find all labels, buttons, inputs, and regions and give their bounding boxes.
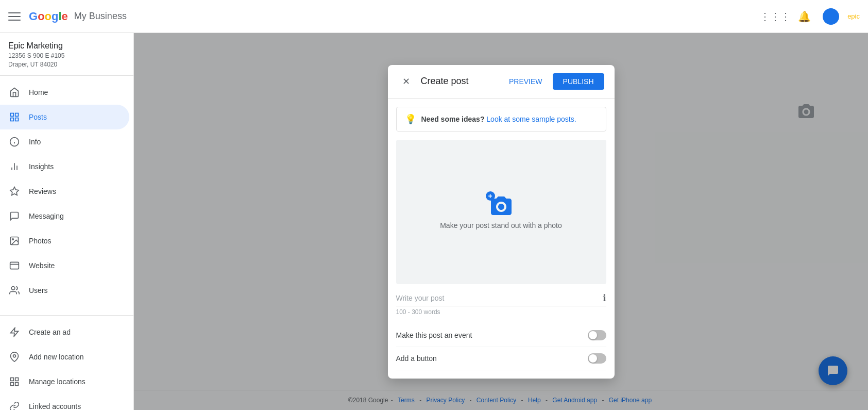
sidebar-item-linked-accounts-label: Linked accounts <box>29 402 81 410</box>
sidebar-item-insights[interactable]: Insights <box>0 154 129 179</box>
app-title: My Business <box>74 11 127 22</box>
apps-button[interactable]: ⋮⋮⋮ <box>765 6 786 27</box>
notifications-button[interactable]: 🔔 <box>794 6 814 27</box>
content-area: ✕ Create post PREVIEW PUBLISH 💡 Need som… <box>134 33 868 410</box>
sidebar-item-reviews[interactable]: Reviews <box>0 179 129 204</box>
svg-rect-13 <box>10 262 19 269</box>
menu-icon[interactable] <box>8 10 21 23</box>
sidebar-item-users[interactable]: Users <box>0 278 129 303</box>
modal-close-button[interactable]: ✕ <box>398 73 415 90</box>
preview-button[interactable]: PREVIEW <box>503 73 549 90</box>
button-toggle-knob <box>589 354 597 363</box>
button-toggle-row: Add a button <box>396 347 606 370</box>
event-toggle-label: Make this post an event <box>396 331 472 339</box>
word-count-hint: 100 - 300 words <box>396 308 606 316</box>
posts-icon <box>8 111 21 123</box>
sidebar-item-create-ad[interactable]: Create an ad <box>0 320 129 345</box>
apps-icon: ⋮⋮⋮ <box>760 10 791 23</box>
event-toggle-row: Make this post an event <box>396 324 606 347</box>
sidebar-item-manage-locations-label: Manage locations <box>29 378 86 386</box>
svg-rect-0 <box>11 113 14 116</box>
event-toggle-knob <box>589 331 597 339</box>
photo-upload-area[interactable]: + Make your post stand out with a photo <box>396 140 606 284</box>
svg-rect-18 <box>11 378 14 381</box>
sidebar-item-photos[interactable]: Photos <box>0 228 129 253</box>
svg-rect-21 <box>11 382 14 385</box>
sidebar-item-posts[interactable]: Posts <box>0 105 129 129</box>
topbar-icons: ⋮⋮⋮ 🔔 epic <box>765 6 860 27</box>
svg-marker-16 <box>11 327 19 336</box>
write-post-placeholder[interactable]: Write your post <box>396 294 603 302</box>
svg-point-15 <box>11 286 15 290</box>
sidebar-item-home[interactable]: Home <box>0 80 129 105</box>
svg-rect-1 <box>15 113 19 116</box>
sidebar-item-add-location[interactable]: Add new location <box>0 345 129 369</box>
post-info-icon[interactable]: ℹ <box>603 292 606 304</box>
business-name: Epic Marketing <box>8 41 125 51</box>
ideas-bold-text: Need some ideas? <box>421 115 485 123</box>
photos-icon <box>8 235 21 247</box>
reviews-icon <box>8 185 21 198</box>
create-post-modal: ✕ Create post PREVIEW PUBLISH 💡 Need som… <box>388 65 615 379</box>
linked-accounts-icon <box>8 400 21 410</box>
svg-rect-19 <box>15 378 19 381</box>
svg-point-12 <box>12 238 13 240</box>
write-post-row: Write your post ℹ <box>396 292 606 306</box>
messaging-icon <box>8 210 21 222</box>
sidebar-item-info-label: Info <box>29 138 41 146</box>
home-icon <box>8 86 21 99</box>
photo-upload-label: Make your post stand out with a photo <box>440 221 562 229</box>
user-avatar[interactable] <box>823 8 839 25</box>
sidebar-item-photos-label: Photos <box>29 237 52 245</box>
manage-locations-icon <box>8 375 21 388</box>
svg-marker-10 <box>10 187 19 195</box>
sidebar-item-insights-label: Insights <box>29 162 54 171</box>
sidebar-item-messaging-label: Messaging <box>29 212 64 220</box>
ideas-banner: 💡 Need some ideas? Look at some sample p… <box>396 107 606 132</box>
create-ad-icon <box>8 326 21 338</box>
sidebar-item-add-location-label: Add new location <box>29 353 84 361</box>
users-icon <box>8 284 21 297</box>
nav-bottom: Create an ad Add new location Manage loc… <box>0 315 133 410</box>
sidebar-item-users-label: Users <box>29 286 48 294</box>
form-section: Write your post ℹ 100 - 300 words Make t… <box>388 292 615 379</box>
publish-button[interactable]: PUBLISH <box>553 73 604 90</box>
nav-items: Home Posts Info Insights <box>0 76 133 307</box>
button-toggle[interactable] <box>588 353 606 364</box>
sidebar-item-create-ad-label: Create an ad <box>29 328 71 336</box>
sidebar: Epic Marketing 12356 S 900 E #105 Draper… <box>0 33 134 410</box>
website-icon <box>8 259 21 272</box>
sidebar-item-linked-accounts[interactable]: Linked accounts <box>0 394 129 410</box>
user-label: epic <box>847 12 860 20</box>
svg-point-17 <box>13 354 16 357</box>
main-layout: Epic Marketing 12356 S 900 E #105 Draper… <box>0 33 868 410</box>
sidebar-item-info[interactable]: Info <box>0 129 129 154</box>
google-logo: Google <box>29 10 68 23</box>
sidebar-item-website-label: Website <box>29 261 55 270</box>
sidebar-item-home-label: Home <box>29 88 48 96</box>
plus-badge: + <box>486 191 495 201</box>
svg-rect-20 <box>15 382 19 385</box>
event-toggle[interactable] <box>588 330 606 340</box>
topbar: Google My Business ⋮⋮⋮ 🔔 epic <box>0 0 868 33</box>
modal-header: ✕ Create post PREVIEW PUBLISH <box>388 65 615 99</box>
sidebar-item-messaging[interactable]: Messaging <box>0 204 129 228</box>
add-location-icon <box>8 351 21 363</box>
business-info: Epic Marketing 12356 S 900 E #105 Draper… <box>0 33 133 76</box>
info-icon <box>8 136 21 148</box>
camera-upload-icon: + <box>489 194 514 215</box>
button-toggle-label: Add a button <box>396 354 437 363</box>
modal-overlay: ✕ Create post PREVIEW PUBLISH 💡 Need som… <box>134 33 868 410</box>
lightbulb-icon: 💡 <box>405 113 416 125</box>
business-address: 12356 S 900 E #105 Draper, UT 84020 <box>8 52 125 69</box>
svg-rect-3 <box>11 118 14 121</box>
sidebar-item-website[interactable]: Website <box>0 253 129 278</box>
sidebar-item-manage-locations[interactable]: Manage locations <box>0 369 129 394</box>
sidebar-item-reviews-label: Reviews <box>29 187 56 195</box>
bell-icon: 🔔 <box>798 10 811 23</box>
modal-title: Create post <box>421 76 503 87</box>
ideas-link[interactable]: Look at some sample posts. <box>486 115 576 123</box>
insights-icon <box>8 160 21 173</box>
svg-rect-2 <box>15 118 19 121</box>
sidebar-item-posts-label: Posts <box>29 113 47 121</box>
